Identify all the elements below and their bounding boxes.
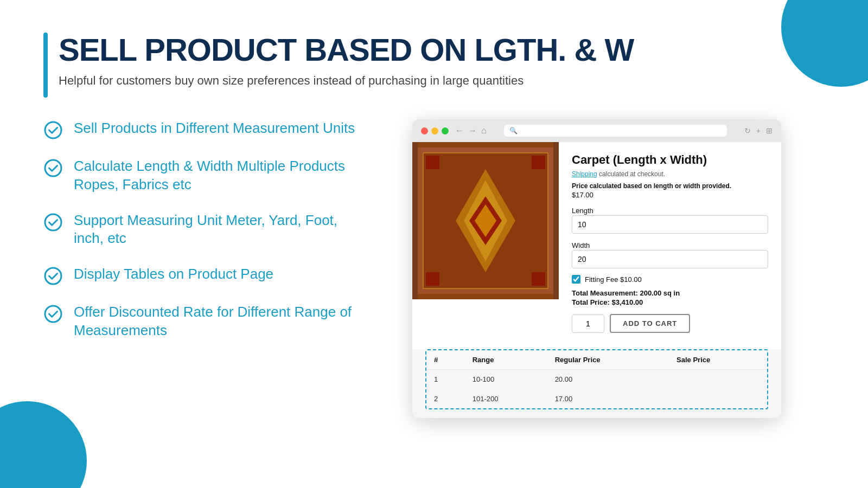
check-icon bbox=[43, 304, 63, 324]
pricing-table: # Range Regular Price Sale Price 1 10-10… bbox=[426, 350, 767, 408]
main-layout: Sell Products in Different Measurement U… bbox=[43, 119, 825, 418]
col-header-sale-price: Sale Price bbox=[669, 350, 767, 370]
list-item: Support Measuring Unit Meter, Yard, Foot… bbox=[43, 211, 380, 248]
svg-rect-14 bbox=[532, 272, 545, 286]
svg-rect-12 bbox=[532, 156, 545, 169]
header-text: SELL PRODUCT BASED ON LGTH. & W Helpful … bbox=[59, 33, 634, 88]
length-input[interactable] bbox=[572, 215, 768, 234]
svg-rect-15 bbox=[412, 142, 418, 299]
product-info: Carpet (Length x Width) Shipping calcula… bbox=[559, 142, 781, 349]
cell-sale-1 bbox=[669, 370, 767, 389]
cell-num-2: 2 bbox=[426, 389, 465, 409]
feature-text-4: Display Tables on Product Page bbox=[74, 265, 273, 284]
browser-bar: ← → ⌂ 🔍 ↻ + ⊞ bbox=[412, 119, 781, 142]
table-row: 1 10-100 20.00 bbox=[426, 370, 767, 389]
list-item: Calculate Length & Width Multiple Produc… bbox=[43, 157, 380, 194]
cell-regular-1: 20.00 bbox=[547, 370, 669, 389]
fitting-fee-row: Fitting Fee $10.00 bbox=[572, 275, 768, 284]
nav-back[interactable]: ← bbox=[455, 126, 464, 136]
browser-nav: ← → ⌂ bbox=[455, 126, 487, 136]
price-note: Price calculated based on length or widt… bbox=[572, 182, 768, 190]
refresh-icon[interactable]: ↻ bbox=[744, 126, 751, 135]
nav-forward[interactable]: → bbox=[468, 126, 477, 136]
pricing-table-wrapper: # Range Regular Price Sale Price 1 10-10… bbox=[425, 349, 768, 409]
col-header-regular-price: Regular Price bbox=[547, 350, 669, 370]
cell-range-2: 101-200 bbox=[465, 389, 547, 409]
features-list: Sell Products in Different Measurement U… bbox=[43, 119, 380, 357]
page-subtitle: Helpful for customers buy own size prefe… bbox=[59, 74, 634, 88]
total-price: Total Price: $3,410.00 bbox=[572, 298, 768, 306]
shipping-text: Shipping calculated at checkout. bbox=[572, 170, 768, 178]
quantity-input[interactable] bbox=[572, 314, 604, 333]
carpet-image bbox=[412, 142, 559, 299]
cell-regular-2: 17.00 bbox=[547, 389, 669, 409]
add-tab-icon[interactable]: + bbox=[756, 126, 761, 135]
search-icon: 🔍 bbox=[509, 127, 518, 134]
cart-row: ADD TO CART bbox=[572, 314, 768, 333]
svg-rect-13 bbox=[426, 272, 439, 286]
width-input[interactable] bbox=[572, 250, 768, 268]
width-label: Width bbox=[572, 241, 590, 249]
feature-text-1: Sell Products in Different Measurement U… bbox=[74, 119, 355, 138]
list-item: Sell Products in Different Measurement U… bbox=[43, 119, 380, 140]
col-header-num: # bbox=[426, 350, 465, 370]
check-icon bbox=[43, 158, 63, 178]
check-icon bbox=[43, 213, 63, 232]
shipping-link[interactable]: Shipping bbox=[572, 170, 597, 178]
shipping-note: calculated at checkout. bbox=[599, 170, 665, 178]
price-value: $17.00 bbox=[572, 191, 768, 199]
fitting-fee-checkbox[interactable] bbox=[572, 275, 580, 284]
browser-search-bar[interactable]: 🔍 bbox=[504, 125, 727, 137]
dot-green[interactable] bbox=[442, 127, 449, 134]
dot-red[interactable] bbox=[421, 127, 428, 134]
svg-rect-16 bbox=[553, 142, 559, 299]
accent-bar bbox=[43, 33, 48, 98]
product-title: Carpet (Length x Width) bbox=[572, 153, 768, 167]
browser-actions: ↻ + ⊞ bbox=[744, 126, 773, 135]
feature-text-3: Support Measuring Unit Meter, Yard, Foot… bbox=[74, 211, 337, 248]
product-page: Carpet (Length x Width) Shipping calcula… bbox=[412, 142, 781, 349]
dot-yellow[interactable] bbox=[431, 127, 438, 134]
list-item: Display Tables on Product Page bbox=[43, 265, 380, 286]
nav-home[interactable]: ⌂ bbox=[481, 126, 487, 136]
browser-dots bbox=[421, 127, 449, 134]
browser-mockup: ← → ⌂ 🔍 ↻ + ⊞ bbox=[412, 119, 781, 418]
feature-text-5: Offer Discounted Rate for Different Rang… bbox=[74, 303, 380, 340]
cell-range-1: 10-100 bbox=[465, 370, 547, 389]
svg-rect-11 bbox=[426, 156, 439, 169]
cell-sale-2 bbox=[669, 389, 767, 409]
header-section: SELL PRODUCT BASED ON LGTH. & W Helpful … bbox=[43, 33, 825, 98]
page-title: SELL PRODUCT BASED ON LGTH. & W bbox=[59, 33, 634, 67]
length-label: Length bbox=[572, 207, 593, 215]
cell-num-1: 1 bbox=[426, 370, 465, 389]
feature-text-2: Calculate Length & Width Multiple Produc… bbox=[74, 157, 345, 194]
menu-icon[interactable]: ⊞ bbox=[766, 126, 773, 135]
total-measurement: Total Measurement: 200.00 sq in bbox=[572, 289, 768, 297]
table-row: 2 101-200 17.00 bbox=[426, 389, 767, 409]
list-item: Offer Discounted Rate for Different Rang… bbox=[43, 303, 380, 340]
fitting-fee-label: Fitting Fee $10.00 bbox=[585, 275, 642, 284]
add-to-cart-button[interactable]: ADD TO CART bbox=[610, 314, 690, 333]
check-icon bbox=[43, 120, 63, 140]
col-header-range: Range bbox=[465, 350, 547, 370]
product-image bbox=[412, 142, 559, 299]
check-icon bbox=[43, 266, 63, 286]
table-header-row: # Range Regular Price Sale Price bbox=[426, 350, 767, 370]
